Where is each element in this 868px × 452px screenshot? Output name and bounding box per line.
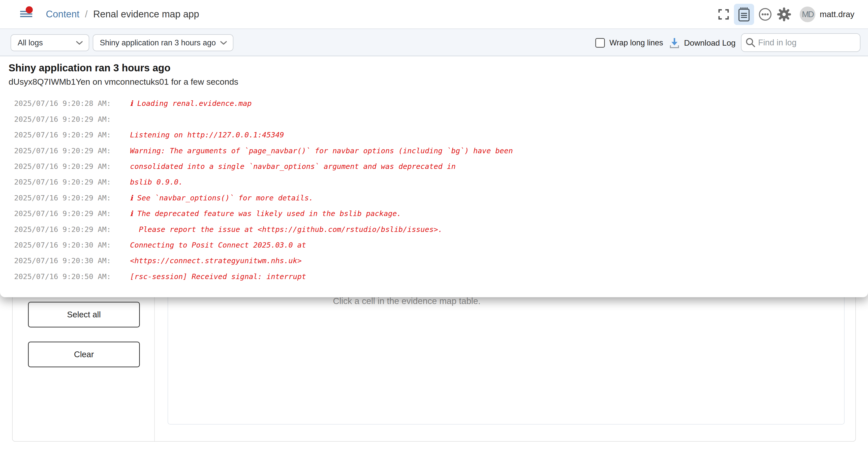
logs-panel-button[interactable] [734, 4, 754, 25]
log-message: Warning: The arguments of `page_navbar()… [130, 147, 513, 155]
log-timestamp: 2025/07/16 9:20:28 AM: [14, 99, 115, 108]
gear-icon [777, 7, 791, 22]
username[interactable]: matt.dray [819, 9, 855, 19]
log-timestamp: 2025/07/16 9:20:29 AM: [14, 147, 115, 155]
log-timestamp: 2025/07/16 9:20:29 AM: [14, 115, 115, 123]
menu-icon [20, 16, 32, 17]
log-timestamp: 2025/07/16 9:20:29 AM: [14, 178, 115, 186]
menu-icon [20, 13, 32, 14]
log-type-select[interactable]: All logs [10, 34, 89, 51]
log-line: 2025/07/16 9:20:29 AM: [14, 115, 858, 130]
download-log-button[interactable]: Download Log [668, 29, 737, 57]
log-session-select[interactable]: Shiny application ran 3 hours ago c [93, 34, 234, 51]
page-title: Renal evidence map app [93, 9, 199, 20]
log-line: 2025/07/16 9:20:29 AM:consolidated into … [14, 162, 858, 178]
log-line: 2025/07/16 9:20:29 AM:ℹ The deprecated f… [14, 209, 858, 225]
select-all-button[interactable]: Select all [28, 302, 140, 328]
logo-red-dot-icon [26, 6, 33, 13]
log-line: 2025/07/16 9:20:29 AM:ℹ See `navbar_opti… [14, 193, 858, 209]
page: Content / Renal evidence map app [0, 0, 868, 452]
log-message: <https://connect.strategyunitwm.nhs.uk> [130, 257, 302, 265]
log-session-subtitle: dUsyx8Q7IWMb1Yen on vmconnectuks01 for a… [8, 77, 239, 87]
log-line: 2025/07/16 9:20:29 AM:Listening on http:… [14, 130, 858, 146]
log-message: ℹ Loading renal.evidence.map [130, 99, 251, 108]
log-toolbar: All logs Shiny application ran 3 hours a… [0, 29, 868, 56]
log-session-title: Shiny application ran 3 hours ago [8, 62, 170, 73]
log-timestamp: 2025/07/16 9:20:30 AM: [14, 241, 115, 249]
log-line: 2025/07/16 9:20:30 AM:Connecting to Posi… [14, 241, 858, 257]
chevron-down-icon [75, 40, 83, 46]
chevron-down-icon [220, 40, 227, 46]
log-timestamp: 2025/07/16 9:20:29 AM: [14, 193, 115, 202]
log-line: 2025/07/16 9:20:29 AM:Warning: The argum… [14, 147, 858, 162]
log-timestamp: 2025/07/16 9:20:30 AM: [14, 257, 115, 265]
log-line: 2025/07/16 9:20:50 AM:[rsc-session] Rece… [14, 272, 858, 288]
avatar[interactable]: MD [800, 6, 815, 22]
breadcrumb-content-link[interactable]: Content [46, 9, 80, 20]
log-timestamp: 2025/07/16 9:20:29 AM: [14, 130, 115, 139]
menu-logo-button[interactable] [19, 4, 36, 22]
log-clipboard-icon [738, 6, 750, 22]
log-overlay: All logs Shiny application ran 3 hours a… [0, 29, 868, 297]
log-timestamp: 2025/07/16 9:20:29 AM: [14, 225, 115, 234]
download-icon [669, 37, 680, 49]
top-header: Content / Renal evidence map app [0, 0, 868, 29]
log-line: 2025/07/16 9:20:28 AM:ℹ Loading renal.ev… [14, 99, 858, 115]
log-line: 2025/07/16 9:20:29 AM: Please report the… [14, 225, 858, 241]
header-actions: MD matt.dray [716, 0, 855, 29]
breadcrumb: Content / Renal evidence map app [46, 0, 199, 29]
settings-button[interactable] [776, 6, 792, 22]
log-message: [rsc-session] Received signal: interrupt [130, 272, 306, 281]
evidence-map-placeholder: Click a cell in the evidence map table. [333, 296, 480, 306]
ellipsis-icon [758, 7, 772, 21]
log-timestamp: 2025/07/16 9:20:50 AM: [14, 272, 115, 281]
log-type-value: All logs [18, 38, 43, 48]
log-line: 2025/07/16 9:20:29 AM:bslib 0.9.0. [14, 178, 858, 193]
log-message: Please report the issue at <https://gith… [130, 225, 442, 234]
fullscreen-button[interactable] [716, 7, 731, 22]
wrap-long-lines-label[interactable]: Wrap long lines [610, 38, 663, 48]
download-log-label: Download Log [684, 38, 736, 48]
log-timestamp: 2025/07/16 9:20:29 AM: [14, 162, 115, 171]
log-message: ℹ The deprecated feature was likely used… [130, 209, 401, 218]
log-message: ℹ See `navbar_options()` for more detail… [130, 193, 313, 202]
log-message: bslib 0.9.0. [130, 178, 183, 186]
log-line: 2025/07/16 9:20:28 AM:Shiny application … [14, 94, 858, 99]
breadcrumb-separator: / [85, 9, 88, 20]
log-message: consolidated into a single `navbar_optio… [130, 162, 456, 171]
log-message: Listening on http://127.0.0.1:45349 [130, 130, 284, 139]
expand-icon [718, 9, 729, 20]
find-in-log [741, 33, 861, 52]
wrap-long-lines-checkbox[interactable] [595, 38, 605, 48]
wrap-long-lines-group: Wrap long lines [595, 29, 663, 57]
find-in-log-input[interactable] [741, 33, 861, 52]
log-line: 2025/07/16 9:20:30 AM:<https://connect.s… [14, 257, 858, 272]
more-options-button[interactable] [757, 6, 773, 22]
log-message: Connecting to Posit Connect 2025.03.0 at [130, 241, 306, 249]
log-lines: 2025/07/16 9:20:28 AM:Shiny application … [14, 94, 858, 291]
clear-button[interactable]: Clear [28, 341, 140, 367]
log-timestamp: 2025/07/16 9:20:29 AM: [14, 209, 115, 218]
log-session-value: Shiny application ran 3 hours ago c [100, 38, 216, 48]
